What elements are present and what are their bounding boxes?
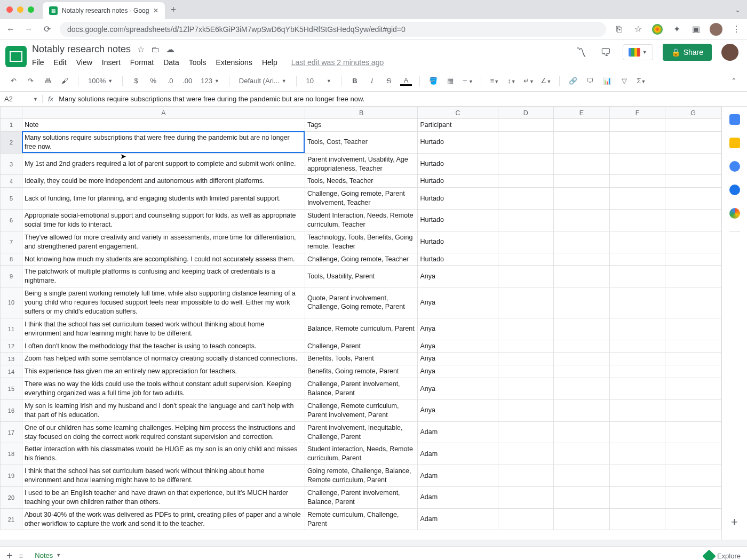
number-format-select[interactable]: 123▼ (198, 77, 221, 85)
cell[interactable] (609, 365, 665, 378)
cell[interactable] (665, 318, 721, 340)
cell[interactable] (609, 353, 665, 365)
row-header[interactable]: 16 (1, 399, 22, 421)
cell[interactable]: I think that the school has set curricul… (22, 318, 305, 340)
cell[interactable] (665, 353, 721, 365)
strikethrough-button[interactable]: S (383, 77, 395, 85)
row-header[interactable]: 8 (1, 253, 22, 266)
share-button[interactable]: 🔒 Share (663, 44, 712, 61)
cell[interactable] (498, 353, 554, 365)
cell[interactable]: Many solutions require subscriptions tha… (22, 131, 305, 153)
vertical-align-button[interactable]: ↕▼ (506, 77, 518, 85)
print-button[interactable]: 🖶 (42, 77, 53, 85)
cell[interactable] (609, 131, 665, 153)
borders-button[interactable]: ▦ (444, 77, 456, 85)
star-icon[interactable]: ☆ (137, 44, 145, 54)
menu-data[interactable]: Data (163, 58, 179, 67)
cell[interactable] (609, 175, 665, 188)
cell[interactable] (554, 340, 610, 353)
move-folder-icon[interactable]: 🗀 (151, 45, 160, 54)
cell[interactable] (498, 287, 554, 318)
menu-help[interactable]: Help (262, 58, 277, 67)
cell[interactable]: Hurtado (418, 153, 498, 175)
cell[interactable]: Parent involvement, Inequitable, Challen… (305, 421, 418, 443)
cell[interactable] (665, 508, 721, 530)
row-header[interactable]: 17 (1, 421, 22, 443)
cell[interactable]: Anya (418, 353, 498, 365)
cell[interactable]: Adam (418, 421, 498, 443)
cell[interactable] (554, 465, 610, 487)
cell[interactable]: Hurtado (418, 175, 498, 188)
cell[interactable]: I used to be an English teacher and have… (22, 486, 305, 508)
sheet-tab-notes[interactable]: Notes ▼ (29, 547, 66, 560)
cell[interactable] (554, 153, 610, 175)
cell[interactable]: Challenge, Remote curriculum, Parent inv… (305, 399, 418, 421)
cell[interactable] (609, 465, 665, 487)
cell[interactable] (665, 399, 721, 421)
cell[interactable] (498, 266, 554, 287)
activity-icon[interactable]: 〽 (574, 46, 589, 59)
row-header[interactable]: 1 (1, 119, 22, 132)
cell[interactable]: The patchwork of multiple platforms is c… (22, 266, 305, 287)
cell[interactable] (609, 253, 665, 266)
cell[interactable]: I think that the school has set curricul… (22, 465, 305, 487)
cell[interactable]: Benefits, Tools, Parent (305, 353, 418, 365)
column-header[interactable]: A (22, 107, 305, 119)
cell[interactable]: There was no way the kids could use the … (22, 378, 305, 400)
cell[interactable]: Challenge, Parent involvement, Balance, … (305, 378, 418, 400)
cell[interactable]: Balance, Remote curriculum, Parent (305, 318, 418, 340)
italic-button[interactable]: I (366, 77, 378, 85)
cell[interactable] (498, 508, 554, 530)
cell[interactable]: Adam (418, 486, 498, 508)
cell[interactable] (498, 210, 554, 231)
cell[interactable] (665, 253, 721, 266)
keep-icon[interactable] (729, 138, 740, 148)
cell[interactable]: This experience has given me an entirely… (22, 365, 305, 378)
collapse-toolbar-button[interactable]: ⌃ (728, 77, 740, 85)
contacts-icon[interactable] (729, 185, 740, 195)
cell[interactable] (498, 153, 554, 175)
cell[interactable]: Hurtado (418, 210, 498, 231)
undo-button[interactable]: ↶ (7, 77, 19, 85)
cell[interactable]: Going remote, Challenge, Balance, Remote… (305, 465, 418, 487)
cell[interactable] (665, 188, 721, 210)
row-header[interactable]: 12 (1, 340, 22, 353)
row-header[interactable]: 7 (1, 231, 22, 253)
browser-tab[interactable]: ▦ Notably research notes - Goog ✕ (43, 2, 165, 19)
window-zoom-button[interactable] (28, 6, 34, 13)
comments-icon[interactable]: 🗨 (598, 46, 613, 59)
insert-comment-button[interactable]: 🗨 (584, 77, 596, 85)
text-color-button[interactable]: A (400, 76, 412, 86)
cell[interactable]: Note (22, 119, 305, 132)
cell[interactable]: Parent involvement, Usability, Age appro… (305, 153, 418, 175)
merge-cells-button[interactable]: ⫟▼ (462, 77, 473, 85)
cell[interactable] (554, 443, 610, 465)
increase-decimal-button[interactable]: .00 (181, 77, 193, 85)
cell[interactable] (554, 266, 610, 287)
insert-chart-button[interactable]: 📊 (601, 77, 613, 85)
cell[interactable]: Tools, Cost, Teacher (305, 131, 418, 153)
font-size-select[interactable]: 10▼ (304, 77, 333, 85)
address-bar[interactable]: docs.google.com/spreadsheets/d/1ZlP7xk5E… (60, 22, 606, 37)
cell[interactable]: Anya (418, 340, 498, 353)
cell[interactable]: They've allowed for more creativity and … (22, 231, 305, 253)
menu-file[interactable]: File (32, 58, 44, 67)
cell[interactable] (498, 421, 554, 443)
insert-link-button[interactable]: 🔗 (567, 77, 579, 85)
cell[interactable] (665, 465, 721, 487)
cell[interactable]: Ideally, they could be more independent … (22, 175, 305, 188)
text-wrap-button[interactable]: ↵▼ (523, 77, 535, 85)
window-minimize-button[interactable] (17, 6, 23, 13)
cell[interactable] (609, 210, 665, 231)
cell[interactable] (665, 378, 721, 400)
cell[interactable]: Lack of funding, time for planning, and … (22, 188, 305, 210)
cell[interactable] (498, 188, 554, 210)
cell[interactable] (554, 365, 610, 378)
cell[interactable] (498, 486, 554, 508)
cell[interactable]: Teachnology, Tools, Benefits, Going remo… (305, 231, 418, 253)
name-box[interactable]: A2▼ (0, 95, 43, 103)
profile-avatar-icon[interactable] (710, 23, 722, 36)
cell[interactable] (554, 188, 610, 210)
last-edit-link[interactable]: Last edit was 2 minutes ago (291, 58, 384, 67)
new-tab-button[interactable]: + (170, 4, 176, 15)
